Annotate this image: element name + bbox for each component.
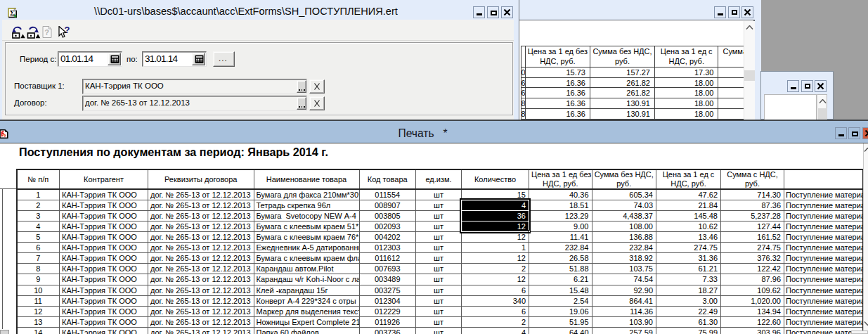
svg-text:?: ? bbox=[44, 28, 49, 37]
svg-text:?: ? bbox=[65, 26, 70, 35]
